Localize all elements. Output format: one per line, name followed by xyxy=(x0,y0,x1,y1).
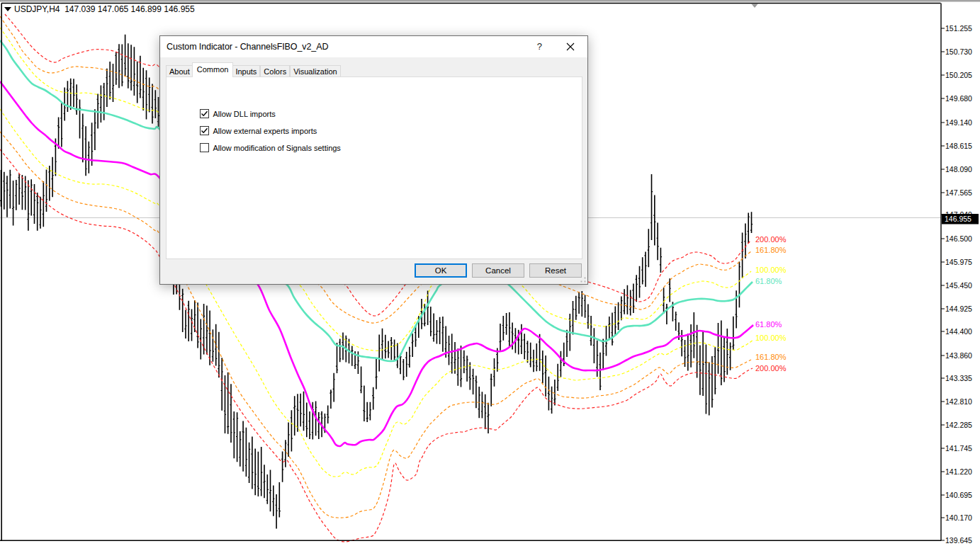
svg-text:200.00%: 200.00% xyxy=(755,364,787,372)
svg-text:143.335: 143.335 xyxy=(945,374,972,382)
svg-text:144.400: 144.400 xyxy=(945,327,972,336)
svg-text:61.80%: 61.80% xyxy=(755,277,782,285)
svg-text:146.500: 146.500 xyxy=(945,234,972,243)
svg-text:200.00%: 200.00% xyxy=(755,235,787,244)
svg-text:141.745: 141.745 xyxy=(945,444,972,453)
svg-text:148.090: 148.090 xyxy=(945,165,972,174)
svg-text:149.140: 149.140 xyxy=(945,118,972,127)
svg-text:148.615: 148.615 xyxy=(945,142,972,150)
svg-text:146.955: 146.955 xyxy=(945,215,971,223)
svg-text:150.730: 150.730 xyxy=(945,47,972,56)
svg-text:139.645: 139.645 xyxy=(945,536,972,545)
svg-text:150.205: 150.205 xyxy=(945,71,972,79)
svg-text:140.695: 140.695 xyxy=(945,491,972,499)
svg-text:143.860: 143.860 xyxy=(945,351,972,360)
svg-text:100.00%: 100.00% xyxy=(755,266,787,274)
svg-text:161.80%: 161.80% xyxy=(755,246,787,254)
svg-text:140.170: 140.170 xyxy=(945,513,972,522)
svg-text:61.80%: 61.80% xyxy=(755,320,782,329)
svg-text:142.810: 142.810 xyxy=(945,397,972,406)
svg-text:147.565: 147.565 xyxy=(945,188,972,197)
svg-text:141.220: 141.220 xyxy=(945,467,972,476)
svg-text:151.255: 151.255 xyxy=(945,24,972,33)
svg-text:144.925: 144.925 xyxy=(945,305,972,313)
svg-text:149.680: 149.680 xyxy=(945,94,972,103)
svg-text:145.450: 145.450 xyxy=(945,281,972,290)
svg-text:142.285: 142.285 xyxy=(945,421,972,429)
svg-text:145.975: 145.975 xyxy=(945,258,972,266)
svg-text:161.80%: 161.80% xyxy=(755,353,787,361)
svg-text:USDJPY,H4 147.039 147.065 146: USDJPY,H4 147.039 147.065 146.899 146.95… xyxy=(14,4,195,14)
svg-text:100.00%: 100.00% xyxy=(755,334,787,342)
